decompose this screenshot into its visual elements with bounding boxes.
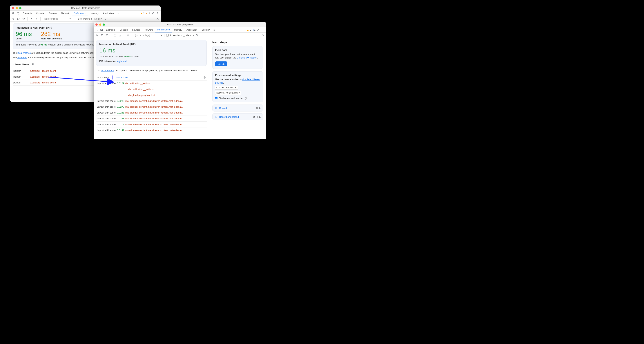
- tab-performance[interactable]: Performance: [155, 27, 172, 32]
- titlebar: DevTools - fonts.google.com/: [10, 5, 160, 11]
- table-row[interactable]: Layout shift score: 0.0270 mat-sidenav-c…: [96, 104, 207, 110]
- collect-garbage-icon[interactable]: [195, 33, 199, 37]
- maximize-icon[interactable]: [103, 23, 105, 26]
- tab-network[interactable]: Network: [143, 27, 154, 32]
- disable-cache-checkbox[interactable]: [215, 97, 218, 99]
- row-element: mat-sidenav-content.mat-drawer-content.m…: [125, 117, 206, 120]
- kebab-icon[interactable]: [156, 11, 160, 15]
- screenshots-checkbox[interactable]: Screenshots: [75, 17, 90, 20]
- svg-point-4: [157, 12, 158, 13]
- local-metrics-note: The local metrics are captured from the …: [96, 69, 207, 72]
- inp-interaction-link[interactable]: keyboard: [117, 60, 126, 62]
- local-metrics-link[interactable]: local metrics: [101, 69, 114, 72]
- table-row[interactable]: Layout shift score: 0.0251 mat-sidenav-c…: [96, 110, 207, 116]
- inp-interaction: INP interaction keyboard: [99, 60, 204, 63]
- table-row[interactable]: div.gf-full-page.gf-content: [96, 92, 207, 98]
- tab-sources[interactable]: Sources: [130, 27, 142, 32]
- disable-cache-label: Disable network cache: [218, 97, 242, 100]
- download-icon[interactable]: [34, 17, 38, 21]
- table-row[interactable]: Layout shift score: 0.0142 mat-sidenav-c…: [96, 127, 207, 133]
- tab-memory[interactable]: Memory: [172, 27, 184, 32]
- minimize-icon[interactable]: [16, 7, 18, 9]
- main-tabs: Elements Console Sources Network Perform…: [10, 11, 160, 16]
- panel-settings-icon[interactable]: [261, 33, 265, 37]
- close-icon[interactable]: [96, 23, 98, 26]
- reload-icon[interactable]: [16, 17, 20, 21]
- next-steps-panel: Next steps Field data See how your local…: [209, 38, 266, 139]
- messages-badge[interactable]: ▮1: [252, 29, 256, 31]
- tab-elements[interactable]: Elements: [104, 27, 117, 32]
- clear-icon[interactable]: [22, 17, 26, 21]
- warnings-badge[interactable]: ▲2: [140, 12, 144, 15]
- tab-sources[interactable]: Sources: [47, 11, 58, 16]
- minimize-icon[interactable]: [99, 23, 101, 26]
- disable-cache-row[interactable]: Disable network cache ?: [215, 97, 260, 100]
- kebab-icon[interactable]: [261, 28, 265, 32]
- reload-icon[interactable]: [100, 33, 104, 37]
- memory-checkbox[interactable]: Memory: [92, 17, 102, 20]
- row-type: pointer: [14, 69, 30, 72]
- home-icon[interactable]: [126, 33, 130, 37]
- close-icon[interactable]: [12, 7, 14, 9]
- crux-link[interactable]: Chrome UX Report: [237, 56, 257, 59]
- upload-icon[interactable]: [29, 17, 34, 21]
- clear-interactions-icon[interactable]: [31, 62, 35, 66]
- subtab-interactions[interactable]: Interactions: [96, 75, 110, 80]
- table-row[interactable]: Layout shift score: 0.0203 mat-sidenav-c…: [96, 122, 207, 127]
- tab-memory[interactable]: Memory: [89, 11, 100, 16]
- tab-console[interactable]: Console: [118, 27, 130, 32]
- recordings-select[interactable]: (no recordings): [134, 33, 160, 37]
- tab-application[interactable]: Application: [185, 27, 199, 32]
- interactions-heading: Interactions: [13, 63, 29, 66]
- more-tabs-icon[interactable]: [116, 11, 120, 15]
- flags-badge[interactable]: ◧1: [146, 12, 150, 15]
- recordings-select[interactable]: (no recordings): [42, 17, 68, 21]
- tab-security[interactable]: Security: [200, 27, 212, 32]
- upload-icon[interactable]: [113, 33, 117, 37]
- tab-elements[interactable]: Elements: [21, 11, 34, 16]
- subtab-layout-shifts[interactable]: Layout shifts: [112, 75, 130, 80]
- inspect-icon[interactable]: [95, 28, 99, 32]
- clear-list-icon[interactable]: [202, 75, 207, 80]
- screenshots-checkbox[interactable]: Screenshots: [166, 34, 182, 37]
- tab-performance[interactable]: Performance: [72, 11, 88, 16]
- field-data-heading: Field data: [215, 49, 260, 51]
- table-row[interactable]: div.notification__actions: [96, 86, 207, 92]
- table-row[interactable]: Layout shift score: 0.0269 div.notificat…: [96, 80, 207, 86]
- local-metrics-link[interactable]: local metrics: [18, 51, 31, 54]
- perf-toolbar: (no recordings) ▼ Screenshots Memory: [10, 16, 160, 22]
- settings-icon[interactable]: [151, 11, 155, 15]
- clear-icon[interactable]: [105, 33, 109, 37]
- setup-button[interactable]: Set up: [215, 61, 227, 66]
- memory-checkbox[interactable]: Memory: [183, 34, 194, 37]
- inspect-icon[interactable]: [11, 11, 15, 15]
- inp-desc-value: 96 ms: [40, 43, 47, 46]
- settings-icon[interactable]: [256, 28, 260, 32]
- warnings-badge[interactable]: ▲1: [247, 29, 251, 31]
- tab-console[interactable]: Console: [34, 11, 46, 16]
- field-data-link[interactable]: field data: [18, 56, 27, 59]
- panel-settings-icon[interactable]: [156, 17, 160, 21]
- record-row[interactable]: Record ⌘ E: [212, 104, 263, 111]
- tab-network[interactable]: Network: [59, 11, 71, 16]
- device-toolbar-icon[interactable]: [100, 28, 104, 32]
- svg-point-18: [263, 30, 263, 31]
- maximize-icon[interactable]: [19, 7, 22, 9]
- collect-garbage-icon[interactable]: [104, 17, 108, 21]
- table-row[interactable]: Layout shift score: 0.0282 mat-sidenav-c…: [96, 98, 207, 104]
- more-tabs-icon[interactable]: [212, 28, 216, 32]
- record-icon[interactable]: [11, 17, 15, 21]
- network-throttle-select[interactable]: Network: No throttling▼: [215, 91, 241, 95]
- record-reload-shortcut: ⌘ ⇧ E: [253, 115, 261, 118]
- row-score: Layout shift score: 0.0203: [97, 123, 124, 126]
- window-title: DevTools - fonts.google.com/: [12, 7, 159, 9]
- tab-application[interactable]: Application: [101, 11, 116, 16]
- record-reload-row[interactable]: Record and reload ⌘ ⇧ E: [212, 113, 263, 120]
- table-row[interactable]: Layout shift score: 0.0228 mat-sidenav-c…: [96, 116, 207, 122]
- device-toolbar-icon[interactable]: [16, 11, 20, 15]
- record-icon[interactable]: [95, 33, 99, 37]
- help-icon[interactable]: ?: [244, 97, 247, 100]
- cpu-throttle-select[interactable]: CPU: No throttling▼: [215, 86, 238, 90]
- svg-point-16: [263, 29, 263, 29]
- download-icon[interactable]: [118, 33, 122, 37]
